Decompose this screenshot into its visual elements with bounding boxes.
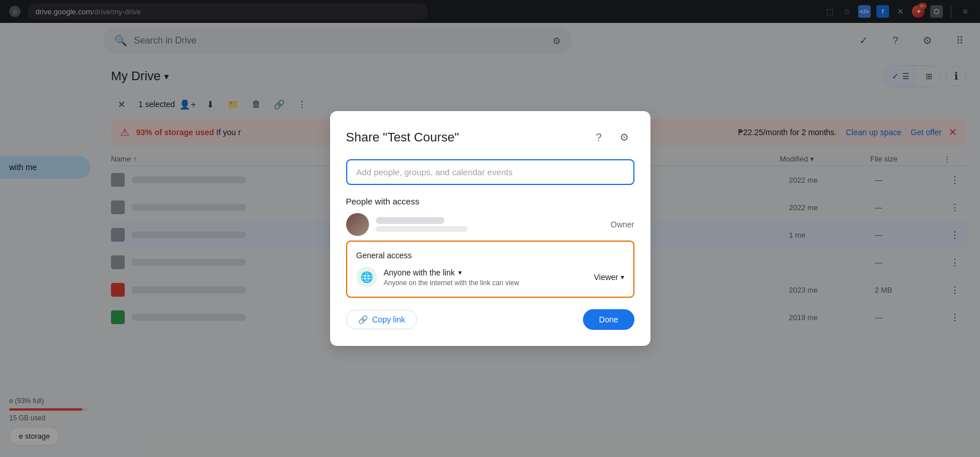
link-icon: 🔗 bbox=[358, 315, 368, 324]
access-description: Anyone on the internet with the link can… bbox=[384, 279, 587, 287]
globe-icon-wrap: 🌐 bbox=[356, 267, 377, 287]
person-email bbox=[376, 226, 467, 232]
viewer-label: Viewer bbox=[594, 273, 618, 282]
person-name bbox=[376, 217, 445, 224]
viewer-chevron: ▾ bbox=[621, 273, 624, 281]
share-dialog: Share "Test Course" ? ⚙ People with acce… bbox=[330, 111, 650, 346]
copy-link-button[interactable]: 🔗 Copy link bbox=[346, 310, 418, 329]
globe-icon: 🌐 bbox=[360, 271, 373, 283]
share-dialog-header: Share "Test Course" ? ⚙ bbox=[346, 127, 634, 148]
avatar-image bbox=[346, 213, 369, 236]
copy-link-label: Copy link bbox=[372, 315, 406, 324]
modal-overlay: Share "Test Course" ? ⚙ People with acce… bbox=[0, 0, 980, 457]
viewer-dropdown[interactable]: Viewer ▾ bbox=[594, 273, 624, 282]
access-details: Anyone with the link ▾ Anyone on the int… bbox=[384, 268, 587, 287]
access-type-label: Anyone with the link bbox=[384, 268, 455, 277]
general-access-label: General access bbox=[356, 251, 624, 260]
share-help-button[interactable]: ? bbox=[589, 127, 609, 148]
access-type-chevron: ▾ bbox=[458, 269, 462, 277]
avatar bbox=[346, 213, 369, 236]
share-dialog-header-icons: ? ⚙ bbox=[589, 127, 634, 148]
share-settings-button[interactable]: ⚙ bbox=[614, 127, 634, 148]
share-people-input[interactable] bbox=[346, 159, 634, 185]
dialog-footer: 🔗 Copy link Done bbox=[346, 309, 634, 330]
access-type-dropdown[interactable]: Anyone with the link ▾ bbox=[384, 268, 587, 277]
general-access-section: General access 🌐 Anyone with the link ▾ … bbox=[346, 241, 634, 298]
person-info bbox=[376, 217, 604, 232]
person-row: Owner bbox=[346, 213, 634, 236]
done-button[interactable]: Done bbox=[583, 309, 634, 330]
share-dialog-title: Share "Test Course" bbox=[346, 130, 459, 145]
access-row: 🌐 Anyone with the link ▾ Anyone on the i… bbox=[356, 267, 624, 287]
person-role: Owner bbox=[610, 220, 634, 229]
people-access-label: People with access bbox=[346, 196, 634, 206]
